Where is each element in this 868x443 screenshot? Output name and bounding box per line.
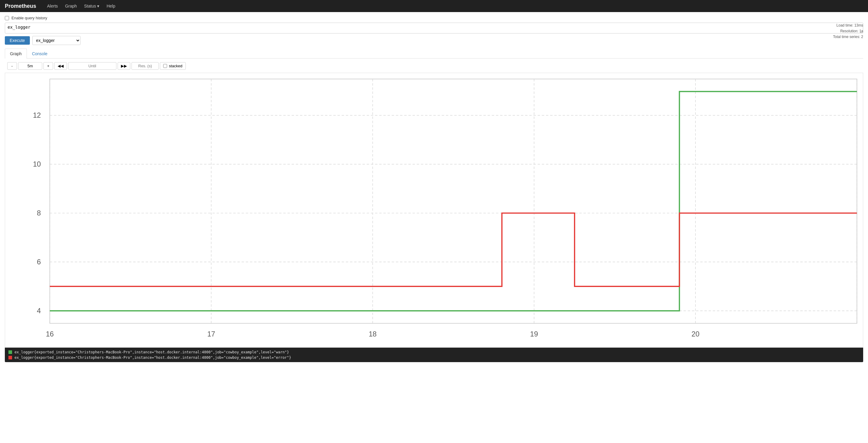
legend-color-error bbox=[8, 356, 12, 359]
until-input[interactable] bbox=[68, 62, 116, 70]
load-time-stat: Load time: 13ms bbox=[833, 23, 863, 28]
svg-text:16: 16 bbox=[46, 330, 54, 338]
legend-item-warn: ex_logger{exported_instance="Christopher… bbox=[8, 350, 860, 354]
svg-text:10: 10 bbox=[33, 160, 41, 168]
chevron-down-icon: ▾ bbox=[97, 4, 99, 8]
svg-text:8: 8 bbox=[37, 209, 41, 217]
tabs: Graph Console bbox=[5, 49, 863, 59]
chart-svg: 4 6 8 10 12 16 17 18 19 20 bbox=[5, 73, 863, 348]
svg-text:17: 17 bbox=[207, 330, 215, 338]
svg-text:19: 19 bbox=[530, 330, 538, 338]
tab-graph[interactable]: Graph bbox=[5, 49, 27, 59]
execute-button[interactable]: Execute bbox=[5, 36, 30, 45]
svg-text:4: 4 bbox=[37, 307, 41, 315]
nav-status[interactable]: Status ▾ bbox=[81, 0, 103, 12]
query-history-row: Enable query history bbox=[5, 16, 863, 20]
svg-text:20: 20 bbox=[691, 330, 700, 338]
resolution-input[interactable] bbox=[131, 62, 159, 70]
zoom-in-button[interactable]: + bbox=[43, 62, 53, 70]
nav-help[interactable]: Help bbox=[103, 0, 119, 12]
legend: ex_logger{exported_instance="Christopher… bbox=[5, 348, 863, 362]
svg-text:18: 18 bbox=[369, 330, 376, 338]
legend-item-error: ex_logger{exported_instance="Christopher… bbox=[8, 355, 860, 360]
execute-row: Execute ex_logger bbox=[5, 36, 863, 45]
stacked-label: stacked bbox=[169, 64, 183, 68]
brand: Prometheus bbox=[5, 3, 36, 9]
legend-text-warn: ex_logger{exported_instance="Christopher… bbox=[14, 350, 289, 354]
metric-select[interactable]: ex_logger bbox=[32, 36, 81, 45]
tab-console[interactable]: Console bbox=[27, 49, 53, 59]
chart-container: 4 6 8 10 12 16 17 18 19 20 bbox=[5, 73, 863, 362]
nav-graph[interactable]: Graph bbox=[62, 0, 81, 12]
svg-text:12: 12 bbox=[33, 111, 41, 119]
svg-rect-0 bbox=[5, 73, 863, 347]
legend-color-warn bbox=[8, 350, 12, 354]
query-input[interactable] bbox=[5, 23, 863, 33]
svg-text:6: 6 bbox=[37, 258, 41, 266]
stacked-button[interactable]: stacked bbox=[160, 62, 186, 70]
total-series-stat: Total time series: 2 bbox=[833, 34, 863, 40]
query-history-label: Enable query history bbox=[11, 16, 48, 20]
forward-button[interactable]: ▶▶ bbox=[118, 62, 130, 70]
navbar: Prometheus Alerts Graph Status ▾ Help bbox=[0, 0, 868, 12]
stats-area: Load time: 13ms Resolution: 1s Total tim… bbox=[833, 23, 863, 40]
legend-text-error: ex_logger{exported_instance="Christopher… bbox=[14, 355, 291, 360]
query-history-checkbox[interactable] bbox=[5, 16, 9, 20]
main-content: Enable query history Load time: 13ms Res… bbox=[0, 12, 868, 366]
graph-controls: - + ◀◀ ▶▶ stacked bbox=[5, 62, 863, 70]
stacked-checkbox[interactable] bbox=[163, 64, 167, 68]
nav-alerts[interactable]: Alerts bbox=[43, 0, 62, 12]
back-button[interactable]: ◀◀ bbox=[54, 62, 67, 70]
query-row: Load time: 13ms Resolution: 1s Total tim… bbox=[5, 23, 863, 33]
duration-input[interactable] bbox=[18, 62, 42, 70]
zoom-out-button[interactable]: - bbox=[7, 62, 17, 70]
resolution-stat: Resolution: 1s bbox=[833, 28, 863, 34]
